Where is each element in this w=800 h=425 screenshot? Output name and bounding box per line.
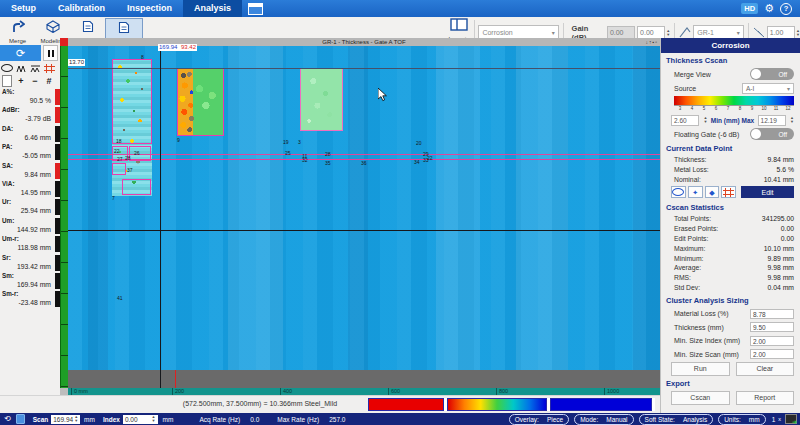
merge-view-toggle[interactable]: Off — [750, 68, 794, 80]
cluster-number[interactable]: 19 — [283, 140, 289, 145]
export-cscan-button[interactable]: Cscan — [671, 391, 730, 405]
measurement-item[interactable]: Um: 144.92 mm — [0, 217, 60, 235]
sizing-field-input[interactable]: 2.00 — [750, 336, 794, 346]
window-layout-icon[interactable] — [248, 3, 263, 15]
sizing-field-input[interactable]: 9.50 — [750, 322, 794, 332]
palette-min-input[interactable]: 2.60 — [671, 115, 699, 126]
cluster-number[interactable]: 35 — [325, 161, 331, 166]
index-cursor-hline[interactable] — [68, 230, 660, 231]
cluster-number[interactable]: 18 — [116, 139, 122, 144]
export-report-button[interactable]: Report — [736, 391, 795, 405]
clear-button[interactable]: Clear — [736, 362, 795, 376]
scan-axis-ruler[interactable]: 0 mm 200 400 600 800 1000 — [68, 388, 660, 395]
gate-cursor-vline[interactable] — [175, 370, 176, 388]
max-spinner[interactable]: ▲▼ — [790, 116, 794, 124]
network-status-icon[interactable] — [785, 414, 797, 424]
measurement-item[interactable]: AdBr: -3.79 dB — [0, 106, 60, 124]
menu-analysis[interactable]: Analysis — [183, 0, 242, 17]
gain-spinner[interactable]: ▲▼ — [666, 29, 670, 37]
cluster-number[interactable]: 9 — [177, 138, 180, 143]
merge-button[interactable]: Merge — [0, 18, 35, 44]
amplitude-scale-strip[interactable] — [60, 46, 68, 388]
measurement-item[interactable]: PA: -5.05 mm — [0, 143, 60, 161]
point-select-icon[interactable]: ✦ — [688, 186, 703, 198]
statistic-row: Maximum: 10.10 mm — [661, 244, 800, 254]
grid-select-icon[interactable] — [721, 186, 736, 198]
cluster-number[interactable]: 32 — [302, 158, 308, 163]
view-corner-icons[interactable]: ↓↑▪▫ — [645, 38, 658, 46]
state-capsule[interactable]: Mode: Manual — [574, 414, 633, 425]
zoom-level: 1 — [772, 416, 776, 423]
measurement-item[interactable]: Ur: 25.94 mm — [0, 198, 60, 216]
menu-setup[interactable]: Setup — [0, 0, 47, 17]
scan-spinner[interactable]: ▲▼ — [74, 415, 78, 423]
menu-calibration[interactable]: Calibration — [47, 0, 116, 17]
data-point-row: Metal Loss: 5.6 % — [661, 165, 800, 175]
reset-icon[interactable]: ⟲ — [4, 415, 11, 423]
zoom-out-icon[interactable]: − — [28, 75, 42, 87]
run-button[interactable]: Run — [671, 362, 730, 376]
cluster-number[interactable]: 28 — [325, 152, 331, 157]
ellipse-tool-icon[interactable] — [0, 62, 14, 74]
measurement-item[interactable]: SA: 9.84 mm — [0, 162, 60, 180]
index-position-input[interactable]: 0.00 ▲▼ — [123, 415, 158, 424]
sizing-field-input[interactable]: 2.00 — [750, 349, 794, 359]
cluster-number[interactable]: 28 — [125, 156, 131, 161]
gate-grid-tool-icon[interactable] — [42, 62, 56, 74]
sizing-field-input[interactable]: 8.78 — [750, 309, 794, 319]
thickness-palette-bar[interactable] — [674, 96, 794, 105]
measurement-item[interactable]: A%: 90.5 % — [0, 88, 60, 106]
report-page-icon[interactable] — [0, 75, 14, 87]
measurement-item[interactable]: Sr: 193.42 mm — [0, 254, 60, 272]
mouse-cursor — [378, 88, 388, 106]
cluster-number[interactable]: 36 — [361, 161, 367, 166]
cluster-number[interactable]: 33 — [423, 158, 429, 163]
cluster-number[interactable]: 20 — [416, 141, 422, 146]
palette-max-input[interactable]: 12.19 — [758, 115, 786, 126]
ellipse-select-icon[interactable] — [671, 186, 686, 198]
state-capsule[interactable]: Soft State: Analysis — [639, 414, 714, 425]
palette-legend-bar[interactable] — [368, 398, 655, 411]
waveform-tool-icon[interactable] — [14, 62, 28, 74]
state-capsule[interactable]: Units: mm — [718, 414, 765, 425]
grid-toggle-icon[interactable]: # — [42, 75, 56, 87]
cluster-number[interactable]: 3 — [298, 140, 301, 145]
zoom-in-icon[interactable]: + — [14, 75, 28, 87]
statistic-row: Std Dev: 0.04 mm — [661, 283, 800, 293]
cluster-number[interactable]: 22 — [114, 149, 120, 154]
cluster-number[interactable]: 26 — [134, 151, 140, 156]
cscan-view[interactable]: 13.70 8 18 22 26 28 27 37 7 41 9 — [68, 46, 660, 370]
floating-gate-toggle[interactable]: Off — [750, 128, 794, 140]
cluster-number[interactable]: 8 — [141, 55, 144, 60]
cluster-number[interactable]: 7 — [112, 196, 115, 201]
measurement-item[interactable]: Sm: 169.94 mm — [0, 272, 60, 290]
source-select[interactable]: A-I ▾ — [742, 83, 794, 94]
cluster-number[interactable]: 41 — [117, 296, 123, 301]
measurement-item[interactable]: Sm-r: -23.48 mm — [0, 290, 60, 308]
cluster-number[interactable]: 25 — [285, 151, 291, 156]
scan-cursor-vline[interactable] — [160, 46, 161, 370]
cluster-number[interactable]: 37 — [127, 168, 133, 173]
pause-button[interactable] — [43, 45, 58, 61]
state-capsule[interactable]: Overlay: Piece — [509, 414, 569, 425]
index-spinner[interactable]: ▲▼ — [152, 415, 156, 423]
help-icon[interactable]: ? — [780, 3, 792, 15]
cluster-number[interactable]: 34 — [414, 160, 420, 165]
menu-inspection[interactable]: Inspection — [116, 0, 183, 17]
measurement-item[interactable]: Um-r: 118.98 mm — [0, 235, 60, 253]
device-icon[interactable] — [16, 414, 25, 424]
scan-position-input[interactable]: 169.94 ▲▼ — [51, 415, 80, 424]
reference-hline[interactable] — [68, 68, 660, 69]
waveform-avg-tool-icon[interactable] — [28, 62, 42, 74]
edit-button[interactable]: Edit — [741, 186, 794, 198]
hd-badge[interactable]: HD — [741, 3, 758, 14]
sync-button[interactable]: ⟳ — [0, 45, 41, 61]
cluster-number[interactable]: 27 — [117, 157, 123, 162]
measurement-item[interactable]: ViA: 14.95 mm — [0, 180, 60, 198]
measurement-item[interactable]: DA: 6.46 mm — [0, 125, 60, 143]
scale-spinner[interactable]: ▲▼ — [796, 29, 800, 37]
min-spinner[interactable]: ▲▼ — [703, 116, 707, 124]
diamond-select-icon[interactable]: ◆ — [705, 186, 720, 198]
settings-gear-icon[interactable]: ⚙ — [764, 3, 774, 14]
sizing-field-row: Thickness (mm) 9.50 — [661, 320, 800, 334]
